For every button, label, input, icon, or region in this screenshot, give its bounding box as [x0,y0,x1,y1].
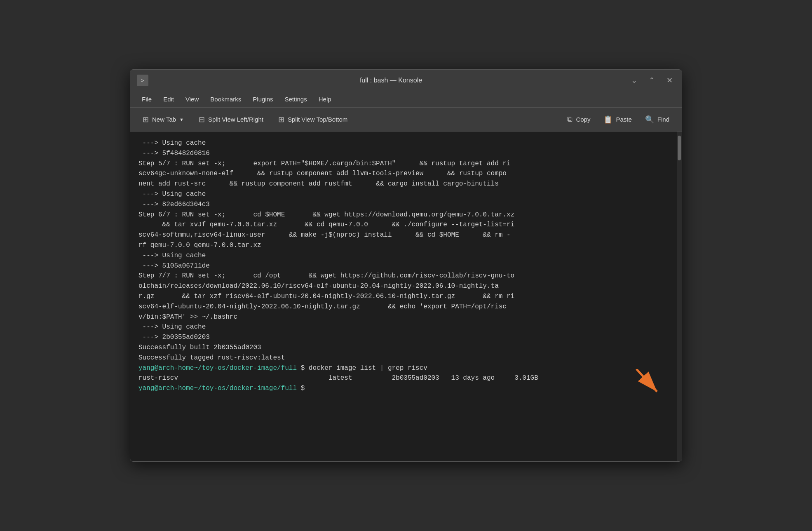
terminal-line: ---> 5105a06711de [138,261,674,271]
terminal-line: ---> Using cache [138,189,674,200]
terminal-line: rf qemu-7.0.0 qemu-7.0.0.tar.xz [138,240,674,251]
prompt-line-1: yang@arch-home~/toy-os/docker-image/full… [138,363,674,374]
prompt-user: yang@arch-home~/toy-os/docker-image/full [138,364,297,372]
menubar: File Edit View Bookmarks Plugins Setting… [130,91,682,108]
terminal-line: v/bin:$PATH' >> ~/.bashrc [138,312,674,322]
new-tab-label: New Tab [152,116,176,123]
find-button[interactable]: 🔍 Find [639,113,675,127]
menu-plugins[interactable]: Plugins [248,94,278,104]
copy-label: Copy [576,116,590,123]
menu-help[interactable]: Help [314,94,336,104]
split-lr-icon: ⊟ [199,115,205,124]
docker-output-text: rust-riscv latest 2b0355ad0203 13 days a… [138,374,538,382]
minimize-button[interactable]: ⌄ [629,74,640,87]
prompt-line-2: yang@arch-home~/toy-os/docker-image/full… [138,383,674,394]
terminal-line: nent add rust-src && rustup component ad… [138,179,674,189]
close-button[interactable]: ✕ [664,74,675,87]
menu-view[interactable]: View [181,94,204,104]
split-tb-label: Split View Top/Bottom [288,116,347,123]
maximize-button[interactable]: ⌃ [646,74,657,87]
menu-file[interactable]: File [137,94,157,104]
terminal-line: ---> 82ed66d304c3 [138,200,674,210]
docker-output-line: rust-riscv latest 2b0355ad0203 13 days a… [138,373,674,383]
find-label: Find [657,116,669,123]
terminal-line: Step 5/7 : RUN set -x; export PATH="$HOM… [138,159,674,169]
new-tab-arrow: ▼ [179,117,184,122]
window-title: full : bash — Konsole [153,77,629,84]
terminal-line: && tar xvJf qemu-7.0.0.tar.xz && cd qemu… [138,220,674,230]
split-tb-icon: ⊞ [278,115,284,124]
menu-settings[interactable]: Settings [280,94,312,104]
terminal-line: scv64-softmmu,riscv64-linux-user && make… [138,230,674,240]
terminal-icon [137,75,148,86]
terminal-line: ---> Using cache [138,138,674,148]
new-tab-button[interactable]: ⊞ New Tab ▼ [137,113,190,127]
split-tb-button[interactable]: ⊞ Split View Top/Bottom [272,113,353,127]
svg-line-1 [636,369,657,392]
paste-icon: 📋 [603,115,613,124]
scrollbar[interactable] [677,132,682,461]
terminal-line: ---> Using cache [138,251,674,261]
split-lr-label: Split View Left/Right [208,116,263,123]
paste-label: Paste [616,116,631,123]
terminal[interactable]: ---> Using cache ---> 5f48482d0816Step 5… [130,132,682,461]
terminal-line: Successfully tagged rust-riscv:latest [138,353,674,363]
toolbar: ⊞ New Tab ▼ ⊟ Split View Left/Right ⊞ Sp… [130,108,682,132]
toolbar-right: ⧉ Copy 📋 Paste 🔍 Find [561,113,675,127]
prompt-user-2: yang@arch-home~/toy-os/docker-image/full [138,385,297,392]
terminal-wrapper: ---> Using cache ---> 5f48482d0816Step 5… [130,132,682,461]
copy-icon: ⧉ [567,115,573,124]
konsole-window: full : bash — Konsole ⌄ ⌃ ✕ File Edit Vi… [130,69,682,462]
terminal-line: olchain/releases/download/2022.06.10/ris… [138,281,674,291]
command-text-1: $ docker image list | grep riscv [297,364,427,372]
terminal-line: r.gz && tar xzf riscv64-elf-ubuntu-20.04… [138,291,674,302]
terminal-line: Step 6/7 : RUN set -x; cd $HOME && wget … [138,210,674,220]
menu-bookmarks[interactable]: Bookmarks [205,94,246,104]
terminal-line: ---> 5f48482d0816 [138,148,674,159]
split-lr-button[interactable]: ⊟ Split View Left/Right [193,113,269,127]
terminal-line: ---> Using cache [138,322,674,332]
terminal-line: Step 7/7 : RUN set -x; cd /opt && wget h… [138,271,674,281]
paste-button[interactable]: 📋 Paste [598,113,637,127]
find-icon: 🔍 [645,115,654,124]
terminal-line: scv64-elf-ubuntu-20.04-nightly-2022.06.1… [138,302,674,312]
terminal-line: ---> 2b0355ad0203 [138,332,674,343]
orange-arrow-annotation [632,369,665,398]
copy-button[interactable]: ⧉ Copy [561,113,596,126]
menu-edit[interactable]: Edit [158,94,179,104]
window-controls: ⌄ ⌃ ✕ [629,74,675,87]
scrollbar-thumb[interactable] [678,136,681,160]
command-text-2: $ [297,385,305,392]
new-tab-icon: ⊞ [143,115,149,124]
terminal-line: Successfully built 2b0355ad0203 [138,343,674,353]
titlebar: full : bash — Konsole ⌄ ⌃ ✕ [130,70,682,91]
terminal-line: scv64gc-unknown-none-elf && rustup compo… [138,169,674,179]
